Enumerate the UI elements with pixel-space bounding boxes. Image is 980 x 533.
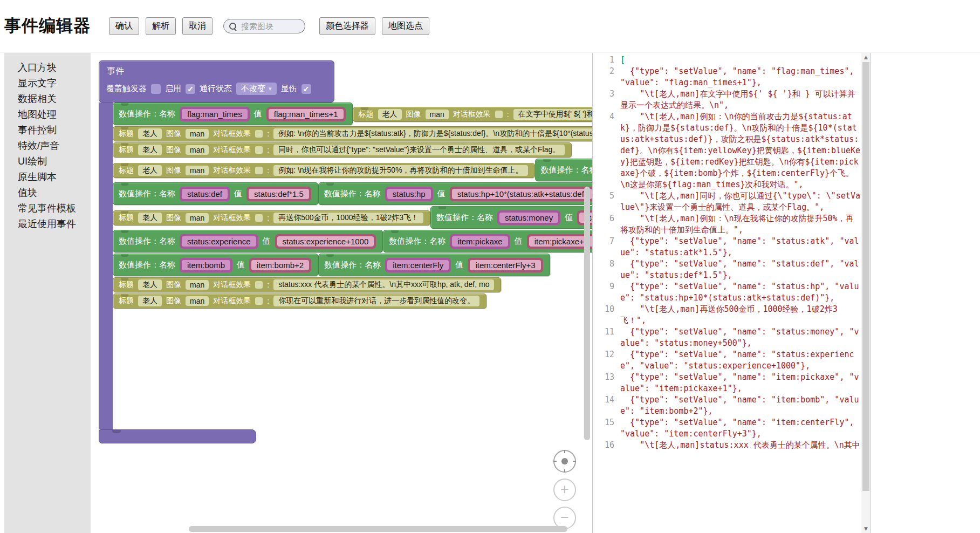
code-line[interactable]: 11 {"type": "setValue", "name": "status:… bbox=[593, 326, 861, 349]
image-pill[interactable]: man bbox=[426, 110, 449, 119]
code-line[interactable]: 12 {"type": "setValue", "name": "status:… bbox=[593, 349, 861, 372]
scroll-down-icon[interactable]: ▼ bbox=[861, 524, 871, 533]
block-set-value[interactable]: 数值操作：名称status:money值status:money+500 bbox=[430, 206, 592, 229]
code-line[interactable]: 13 {"type": "setValue", "name": "item:pi… bbox=[593, 372, 861, 394]
value-pill[interactable]: item:centerFly+3 bbox=[470, 260, 540, 270]
scroll-up-icon[interactable]: ▲ bbox=[861, 53, 871, 62]
block-show-text[interactable]: 标题老人图像man对话框效果:status:xxx 代表勇士的某个属性。\n其中… bbox=[113, 277, 501, 292]
block-show-text[interactable]: 标题老人图像man对话框效果:在文字中使用${' ${ '}和 } 可以计算并显… bbox=[353, 107, 592, 122]
sidebar-item[interactable]: 特效/声音 bbox=[4, 138, 91, 154]
parse-button[interactable]: 解析 bbox=[146, 17, 176, 35]
name-pill[interactable]: item:centerFly bbox=[387, 260, 449, 270]
message-field[interactable]: 例如: \n你的当前攻击力是${status:atk}，防御力是${status… bbox=[273, 128, 592, 139]
speaker-pill[interactable]: 老人 bbox=[138, 213, 162, 223]
image-pill[interactable]: man bbox=[186, 213, 209, 223]
block-show-text[interactable]: 标题老人图像man对话框效果:再送你500金币，1000经验，1破2炸3飞！ bbox=[113, 210, 430, 226]
speaker-pill[interactable]: 老人 bbox=[138, 279, 162, 290]
speaker-pill[interactable]: 老人 bbox=[138, 145, 162, 155]
sidebar-item[interactable]: 值块 bbox=[4, 185, 91, 201]
name-pill[interactable]: status:money bbox=[499, 213, 558, 223]
block-show-text[interactable]: 标题老人图像man对话框效果:例如: \n现在我将让你的攻防提升50%，再将攻防… bbox=[113, 163, 535, 178]
block-set-value[interactable]: 数值操作：名称status:atk值status:atk*1.5 bbox=[535, 159, 592, 181]
block-set-value[interactable]: 数值操作：名称status:hp值status:hp+10*(status:at… bbox=[318, 182, 592, 205]
confirm-button[interactable]: 确认 bbox=[109, 17, 139, 35]
code-line[interactable]: 5 "\t[老人,man]同时，你也可以通过{\"type\": \"setVa… bbox=[593, 190, 861, 213]
code-text[interactable]: "\t[老人,man]例如：\n现在我将让你的攻防提升50%，再将攻防和的十倍加… bbox=[620, 213, 861, 236]
dialog-effect-checkbox[interactable] bbox=[495, 111, 503, 118]
value-pill[interactable]: status:hp+10*(status:atk+status:def) bbox=[452, 189, 592, 199]
message-field[interactable]: 例如: \n现在我将让你的攻防提升50%，再将攻防和的十倍加到生命值上。 bbox=[273, 165, 527, 176]
block-set-value[interactable]: 数值操作：名称status:def值status:def*1.5 bbox=[113, 182, 318, 205]
name-pill[interactable]: status:experience bbox=[182, 236, 256, 247]
code-line[interactable]: 14 {"type": "setValue", "name": "item:bo… bbox=[593, 394, 861, 417]
code-text[interactable]: {"type": "setValue", "name": "item:cente… bbox=[620, 417, 861, 440]
value-pill[interactable]: status:experience+1000 bbox=[277, 236, 374, 247]
code-line[interactable]: 7 {"type": "setValue", "name": "status:a… bbox=[593, 236, 861, 258]
code-line[interactable]: 16 "\t[老人,man]status:xxx 代表勇士的某个属性。\n其中 bbox=[593, 440, 861, 451]
code-line[interactable]: 9 {"type": "setValue", "name": "status:h… bbox=[593, 281, 861, 304]
block-show-text[interactable]: 标题老人图像man对话框效果:你现在可以重新和我进行对话，进一步看到属性值的改变… bbox=[113, 293, 486, 309]
sidebar-item[interactable]: 地图处理 bbox=[4, 107, 91, 122]
recenter-button[interactable] bbox=[553, 450, 576, 473]
code-text[interactable]: {"type": "setValue", "name": "status:mon… bbox=[620, 326, 861, 349]
block-set-value[interactable]: 数值操作：名称item:centerFly值item:centerFly+3 bbox=[318, 254, 550, 276]
block-set-value[interactable]: 数值操作：名称status:experience值status:experien… bbox=[113, 230, 383, 252]
name-pill[interactable]: item:bomb bbox=[182, 260, 230, 270]
map-select-button[interactable]: 地图选点 bbox=[382, 17, 429, 35]
code-text[interactable]: "\t[老人,man]例如：\n你的当前攻击力是${status:atk}，防御… bbox=[620, 111, 861, 190]
code-scrollbar-thumb[interactable] bbox=[862, 62, 869, 491]
sidebar-item[interactable]: 数据相关 bbox=[4, 91, 91, 107]
code-text[interactable]: {"type": "setValue", "name": "status:hp"… bbox=[620, 281, 861, 304]
dialog-effect-checkbox[interactable] bbox=[255, 167, 263, 174]
code-text[interactable]: {"type": "setValue", "name": "status:atk… bbox=[620, 236, 861, 258]
name-pill[interactable]: flag:man_times bbox=[182, 109, 248, 119]
override-trigger-checkbox[interactable] bbox=[151, 84, 161, 94]
code-text[interactable]: {"type": "setValue", "name": "flag:man_t… bbox=[620, 66, 861, 88]
dialog-effect-checkbox[interactable] bbox=[255, 297, 263, 305]
image-pill[interactable]: man bbox=[186, 166, 209, 175]
code-line[interactable]: 2 {"type": "setValue", "name": "flag:man… bbox=[593, 66, 861, 88]
code-line[interactable]: 1[ bbox=[593, 54, 861, 66]
value-pill[interactable]: flag:man_times+1 bbox=[269, 109, 344, 119]
block-show-text[interactable]: 标题老人图像man对话框效果:同时，你也可以通过{"type": "setVal… bbox=[113, 142, 572, 158]
zoom-in-button[interactable]: + bbox=[553, 479, 576, 501]
search-input[interactable] bbox=[240, 21, 299, 31]
display-damage-checkbox[interactable]: ✓ bbox=[301, 84, 311, 94]
dialog-effect-checkbox[interactable] bbox=[255, 214, 263, 222]
value-pill[interactable]: item:pickaxe+1 bbox=[529, 236, 592, 247]
block-set-value[interactable]: 数值操作：名称item:bomb值item:bomb+2 bbox=[113, 254, 318, 276]
code-scrollbar[interactable]: ▲ ▼ bbox=[861, 53, 871, 533]
code-line[interactable]: 15 {"type": "setValue", "name": "item:ce… bbox=[593, 417, 861, 440]
code-text[interactable]: "\t[老人,man]同时，你也可以通过{\"type\": \"setValu… bbox=[620, 190, 861, 213]
code-text[interactable]: [ bbox=[620, 54, 861, 66]
dialog-effect-checkbox[interactable] bbox=[255, 281, 263, 289]
sidebar-item[interactable]: 入口方块 bbox=[4, 60, 91, 76]
name-pill[interactable]: status:hp bbox=[387, 189, 431, 199]
pass-state-dropdown[interactable]: 不改变 ▾ bbox=[236, 83, 277, 95]
code-text[interactable]: "\t[老人,man]在文字中使用${' ${ '}和 } 可以计算并显示一个表… bbox=[620, 88, 861, 111]
dialog-effect-checkbox[interactable] bbox=[255, 146, 263, 154]
message-field[interactable]: 你现在可以重新和我进行对话，进一步看到属性值的改变。 bbox=[273, 296, 479, 306]
message-field[interactable]: 同时，你也可以通过{"type": "setValue"}来设置一个勇士的属性、… bbox=[273, 145, 565, 155]
block-set-value[interactable]: 数值操作：名称flag:man_times值flag:man_times+1 bbox=[113, 102, 353, 125]
message-field[interactable]: 再送你500金币，1000经验，1破2炸3飞！ bbox=[273, 213, 423, 223]
vertical-scrollbar[interactable] bbox=[584, 187, 590, 440]
sidebar-item[interactable]: 原生脚本 bbox=[4, 169, 91, 185]
message-field[interactable]: 在文字中使用${' ${ '}和 } 可以计算并显示一个表达式的结果。\n bbox=[513, 109, 592, 120]
image-pill[interactable]: man bbox=[186, 129, 209, 139]
block-set-value[interactable]: 数值操作：名称item:pickaxe值item:pickaxe+1 bbox=[383, 230, 592, 252]
image-pill[interactable]: man bbox=[186, 280, 209, 290]
code-text[interactable]: {"type": "setValue", "name": "item:bomb"… bbox=[620, 394, 861, 417]
code-line[interactable]: 10 "\t[老人,man]再送你500金币，1000经验，1破2炸3飞！", bbox=[593, 304, 861, 326]
speaker-pill[interactable]: 老人 bbox=[378, 109, 402, 120]
enable-checkbox[interactable]: ✓ bbox=[186, 84, 195, 94]
speaker-pill[interactable]: 老人 bbox=[138, 165, 162, 176]
image-pill[interactable]: man bbox=[186, 145, 209, 155]
sidebar-item[interactable]: 事件控制 bbox=[4, 122, 91, 138]
block-show-text[interactable]: 标题老人图像man对话框效果:例如: \n你的当前攻击力是${status:at… bbox=[113, 126, 592, 141]
value-pill[interactable]: item:bomb+2 bbox=[251, 260, 309, 270]
code-text[interactable]: "\t[老人,man]再送你500金币，1000经验，1破2炸3飞！", bbox=[620, 304, 861, 326]
name-pill[interactable]: status:def bbox=[182, 189, 228, 199]
sidebar-item[interactable]: UI绘制 bbox=[4, 154, 91, 169]
image-pill[interactable]: man bbox=[186, 296, 209, 306]
